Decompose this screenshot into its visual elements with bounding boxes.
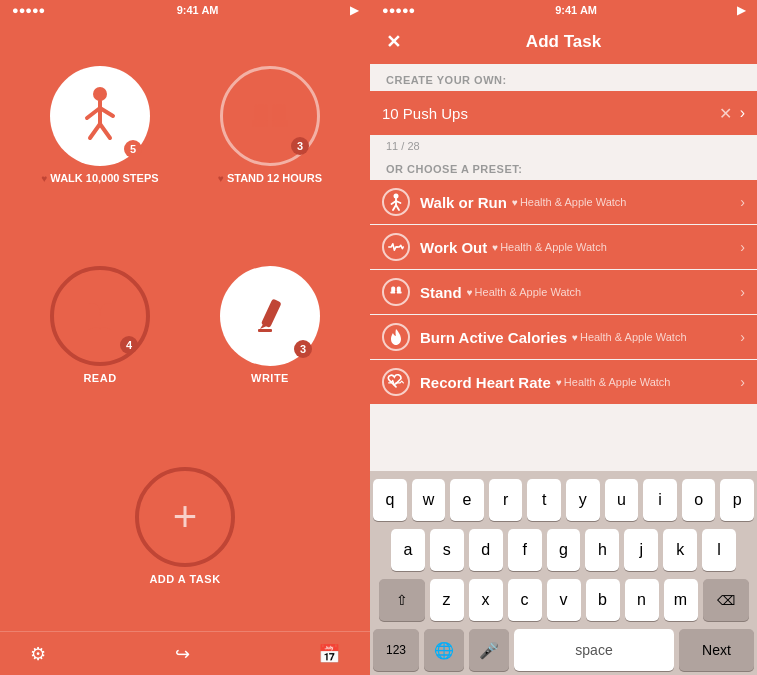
task-cell-stand[interactable]: 3 ♥ STAND 12 HOURS bbox=[190, 30, 350, 220]
key-l[interactable]: l bbox=[702, 529, 736, 571]
return-key[interactable]: Next bbox=[679, 629, 754, 671]
walk-run-icon bbox=[382, 188, 410, 216]
stand-sub: ♥ Health & Apple Watch bbox=[467, 286, 582, 298]
key-d[interactable]: d bbox=[469, 529, 503, 571]
task-cell-add[interactable]: + ADD A TASK bbox=[20, 431, 350, 621]
close-button[interactable]: ✕ bbox=[386, 31, 401, 53]
shift-key[interactable]: ⇧ bbox=[379, 579, 425, 621]
key-g[interactable]: g bbox=[547, 529, 581, 571]
burn-calories-icon bbox=[382, 323, 410, 351]
delete-key[interactable]: ⌫ bbox=[703, 579, 749, 621]
task-input[interactable] bbox=[382, 105, 711, 122]
svg-rect-22 bbox=[397, 291, 402, 293]
numbers-key[interactable]: 123 bbox=[373, 629, 419, 671]
task-cell-walk[interactable]: 5 ♥ WALK 10,000 STEPS bbox=[20, 30, 180, 220]
left-panel: ●●●●● 9:41 AM ▶ 5 ♥ WALK 10,0 bbox=[0, 0, 370, 675]
key-q[interactable]: q bbox=[373, 479, 407, 521]
right-time: 9:41 AM bbox=[555, 4, 597, 16]
svg-rect-12 bbox=[258, 329, 272, 332]
chevron-icon: › bbox=[740, 374, 745, 390]
svg-rect-6 bbox=[254, 104, 268, 122]
preset-stand[interactable]: Stand ♥ Health & Apple Watch › bbox=[370, 270, 757, 314]
key-f[interactable]: f bbox=[508, 529, 542, 571]
key-n[interactable]: n bbox=[625, 579, 659, 621]
svg-line-4 bbox=[90, 124, 100, 138]
preset-burn-calories[interactable]: Burn Active Calories ♥ Health & Apple Wa… bbox=[370, 315, 757, 359]
input-row[interactable]: ✕ › bbox=[370, 91, 757, 135]
preset-walk-run[interactable]: Walk or Run ♥ Health & Apple Watch › bbox=[370, 180, 757, 224]
chevron-icon: › bbox=[740, 329, 745, 345]
book-icon bbox=[78, 294, 122, 338]
key-w[interactable]: w bbox=[412, 479, 446, 521]
status-bar-right: ●●●●● 9:41 AM ▶ bbox=[370, 0, 757, 20]
content-area: CREATE YOUR OWN: ✕ › 11 / 28 OR CHOOSE A… bbox=[370, 64, 757, 471]
key-o[interactable]: o bbox=[682, 479, 716, 521]
add-circle: + bbox=[135, 467, 235, 567]
keyboard-row-3: ⇧ z x c v b n m ⌫ bbox=[373, 579, 754, 621]
preset-label: OR CHOOSE A PRESET: bbox=[370, 155, 757, 180]
stand-badge: 3 bbox=[291, 137, 309, 155]
heart-rate-sub: ♥ Health & Apple Watch bbox=[556, 376, 671, 388]
key-x[interactable]: x bbox=[469, 579, 503, 621]
key-e[interactable]: e bbox=[450, 479, 484, 521]
bottom-bar-left: ⚙ ↪ 📅 bbox=[0, 631, 370, 675]
space-key[interactable]: space bbox=[514, 629, 674, 671]
nav-title: Add Task bbox=[526, 32, 601, 52]
plus-icon: + bbox=[173, 496, 198, 538]
preset-work-out[interactable]: Work Out ♥ Health & Apple Watch › bbox=[370, 225, 757, 269]
key-c[interactable]: c bbox=[508, 579, 542, 621]
task-cell-write[interactable]: 3 WRITE bbox=[190, 230, 350, 420]
walk-label: ♥ WALK 10,000 STEPS bbox=[41, 172, 158, 184]
battery-icons: ▶ bbox=[350, 4, 358, 17]
chevron-icon: › bbox=[740, 194, 745, 210]
globe-key[interactable]: 🌐 bbox=[424, 629, 464, 671]
task-cell-read[interactable]: 4 READ bbox=[20, 230, 180, 420]
key-k[interactable]: k bbox=[663, 529, 697, 571]
key-b[interactable]: b bbox=[586, 579, 620, 621]
work-out-sub: ♥ Health & Apple Watch bbox=[492, 241, 607, 253]
task-grid: 5 ♥ WALK 10,000 STEPS 3 ♥ STAND 12 HOURS bbox=[0, 20, 370, 631]
shoes-icon bbox=[248, 94, 292, 138]
gear-icon[interactable]: ⚙ bbox=[30, 643, 46, 665]
key-r[interactable]: r bbox=[489, 479, 523, 521]
heart-rate-text: Record Heart Rate ♥ Health & Apple Watch bbox=[420, 374, 730, 391]
write-badge: 3 bbox=[294, 340, 312, 358]
signal-icons: ●●●●● bbox=[12, 4, 45, 16]
key-s[interactable]: s bbox=[430, 529, 464, 571]
walk-run-text: Walk or Run ♥ Health & Apple Watch bbox=[420, 194, 730, 211]
key-i[interactable]: i bbox=[643, 479, 677, 521]
preset-heart-rate[interactable]: Record Heart Rate ♥ Health & Apple Watch… bbox=[370, 360, 757, 404]
clear-button[interactable]: ✕ bbox=[719, 104, 732, 123]
key-a[interactable]: a bbox=[391, 529, 425, 571]
key-y[interactable]: y bbox=[566, 479, 600, 521]
battery-right: ▶ bbox=[737, 4, 745, 17]
read-badge: 4 bbox=[120, 336, 138, 354]
key-m[interactable]: m bbox=[664, 579, 698, 621]
key-p[interactable]: p bbox=[720, 479, 754, 521]
nav-bar: ✕ Add Task bbox=[370, 20, 757, 64]
chevron-icon: › bbox=[740, 239, 745, 255]
svg-rect-7 bbox=[272, 104, 286, 122]
key-v[interactable]: v bbox=[547, 579, 581, 621]
burn-calories-text: Burn Active Calories ♥ Health & Apple Wa… bbox=[420, 329, 730, 346]
key-u[interactable]: u bbox=[605, 479, 639, 521]
mic-key[interactable]: 🎤 bbox=[469, 629, 509, 671]
right-panel: ●●●●● 9:41 AM ▶ ✕ Add Task CREATE YOUR O… bbox=[370, 0, 757, 675]
write-circle: 3 bbox=[220, 266, 320, 366]
keyboard-row-2: a s d f g h j k l bbox=[373, 529, 754, 571]
svg-rect-8 bbox=[252, 120, 268, 127]
stand-circle: 3 bbox=[220, 66, 320, 166]
key-t[interactable]: t bbox=[527, 479, 561, 521]
heart-rate-icon bbox=[382, 368, 410, 396]
arrow-button[interactable]: › bbox=[740, 104, 745, 122]
key-z[interactable]: z bbox=[430, 579, 464, 621]
signal-dots: ●●●●● bbox=[382, 4, 415, 16]
key-h[interactable]: h bbox=[585, 529, 619, 571]
share-icon[interactable]: ↪ bbox=[175, 643, 190, 665]
svg-rect-21 bbox=[390, 291, 395, 293]
calendar-icon[interactable]: 📅 bbox=[318, 643, 340, 665]
walk-icon bbox=[75, 86, 125, 146]
key-j[interactable]: j bbox=[624, 529, 658, 571]
write-label: WRITE bbox=[251, 372, 289, 384]
left-time: 9:41 AM bbox=[177, 4, 219, 16]
